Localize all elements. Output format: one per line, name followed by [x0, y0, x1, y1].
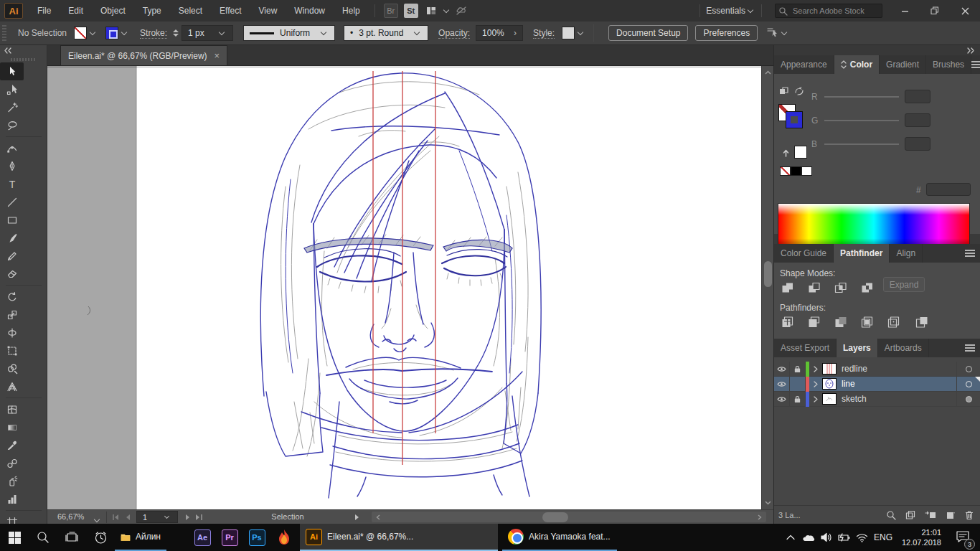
- toolbar-grip[interactable]: [0, 56, 47, 62]
- blue-slider[interactable]: [824, 143, 899, 145]
- layer-row-sketch[interactable]: sketch: [774, 392, 980, 407]
- stroke-swatch[interactable]: [105, 27, 118, 39]
- direct-selection-tool[interactable]: [0, 80, 24, 98]
- width-tool[interactable]: [0, 324, 24, 342]
- chevron-down-icon[interactable]: [748, 6, 753, 12]
- type-tool[interactable]: T: [0, 175, 24, 193]
- sketchbook-button[interactable]: [270, 524, 298, 551]
- eraser-tool[interactable]: [0, 265, 24, 283]
- layer-expand-chevron[interactable]: [809, 396, 822, 402]
- layer-row-redline[interactable]: redline: [774, 362, 980, 377]
- link-swatches-icon[interactable]: [779, 87, 789, 95]
- symbol-sprayer-tool[interactable]: [0, 472, 24, 490]
- expand-button[interactable]: Expand: [883, 277, 925, 292]
- photoshop-button[interactable]: Ps: [242, 524, 271, 551]
- taskbar-search-button[interactable]: [29, 524, 57, 551]
- start-button[interactable]: [0, 524, 29, 551]
- minus-back-button[interactable]: [913, 315, 931, 329]
- style-label[interactable]: Style:: [533, 28, 555, 39]
- language-indicator[interactable]: ENG: [871, 524, 895, 551]
- lock-toggle[interactable]: [790, 362, 806, 377]
- chevron-down-icon[interactable]: [118, 27, 130, 39]
- perspective-grid-tool[interactable]: [0, 377, 24, 395]
- layer-thumbnail[interactable]: [822, 363, 837, 375]
- layer-target[interactable]: [956, 392, 980, 407]
- tray-expand-button[interactable]: [782, 524, 799, 551]
- opacity-field[interactable]: 100%›: [476, 25, 523, 41]
- premiere-button[interactable]: Pr: [215, 524, 244, 551]
- black-swatch[interactable]: [791, 166, 801, 176]
- align-options[interactable]: [766, 27, 789, 39]
- brush-definition[interactable]: •3 pt. Round: [344, 25, 428, 41]
- close-button[interactable]: [950, 0, 980, 22]
- tab-gradient[interactable]: Gradient: [880, 55, 926, 74]
- tab-artboards[interactable]: Artboards: [878, 339, 929, 357]
- preferences-button[interactable]: Preferences: [695, 25, 758, 41]
- workspace-switcher[interactable]: Essentials: [706, 6, 745, 16]
- style-swatch[interactable]: [562, 27, 575, 39]
- eyedropper-tool[interactable]: [0, 436, 24, 454]
- menu-view[interactable]: View: [250, 0, 286, 22]
- scroll-right-icon[interactable]: [758, 514, 762, 520]
- gradient-tool[interactable]: [0, 418, 24, 436]
- chevron-down-icon[interactable]: [443, 6, 448, 12]
- minimize-button[interactable]: [890, 0, 920, 22]
- tab-color[interactable]: Color: [834, 55, 880, 74]
- status-expand-button[interactable]: [354, 514, 360, 521]
- layer-target[interactable]: [956, 362, 980, 377]
- layer-row-line[interactable]: line: [774, 377, 980, 392]
- trim-button[interactable]: [805, 315, 824, 329]
- opacity-label[interactable]: Opacity:: [438, 28, 470, 39]
- make-clipping-mask-icon[interactable]: [905, 510, 915, 520]
- illustrator-window-button[interactable]: Ai Eileen.ai* @ 66,67%...: [300, 524, 498, 551]
- red-value-input[interactable]: [905, 90, 930, 103]
- mesh-tool[interactable]: [0, 400, 24, 418]
- artboard-canvas[interactable]: [47, 66, 773, 509]
- free-transform-tool[interactable]: [0, 342, 24, 359]
- layer-thumbnail[interactable]: [822, 393, 837, 405]
- tab-asset-export[interactable]: Asset Export: [774, 339, 837, 357]
- rectangle-tool[interactable]: [0, 211, 24, 229]
- stroke-proxy-swatch[interactable]: [786, 112, 802, 128]
- swap-fill-stroke-icon[interactable]: [794, 87, 804, 96]
- delete-layer-trash-icon[interactable]: [965, 510, 974, 520]
- magic-wand-tool[interactable]: [0, 98, 24, 116]
- line-segment-tool[interactable]: [0, 193, 24, 211]
- new-layer-icon[interactable]: [946, 510, 956, 520]
- stroke-weight-label[interactable]: Stroke:: [140, 28, 167, 39]
- layer-thumbnail[interactable]: [822, 378, 837, 390]
- scroll-down-icon[interactable]: [765, 499, 771, 506]
- previous-artboard-button[interactable]: [125, 514, 131, 521]
- visibility-toggle[interactable]: [774, 362, 790, 377]
- unite-button[interactable]: [778, 281, 797, 295]
- layer-expand-chevron[interactable]: [809, 366, 822, 372]
- chevron-down-icon[interactable]: [87, 27, 98, 39]
- scrollbar-thumb[interactable]: [542, 512, 568, 522]
- wifi-tray-icon[interactable]: [853, 524, 871, 551]
- collapse-toolbar[interactable]: [0, 45, 47, 56]
- next-artboard-button[interactable]: [185, 514, 191, 521]
- blend-tool[interactable]: [0, 454, 24, 472]
- stroke-weight-field[interactable]: 1 px: [182, 25, 233, 41]
- bridge-button[interactable]: Br: [384, 4, 398, 18]
- exclude-button[interactable]: [858, 281, 877, 295]
- tab-appearance[interactable]: Appearance: [774, 55, 834, 74]
- panel-grip[interactable]: [2, 25, 6, 41]
- after-effects-button[interactable]: Ae: [188, 524, 217, 551]
- layer-name[interactable]: line: [842, 379, 956, 389]
- shape-builder-tool[interactable]: [0, 359, 24, 377]
- clock-tray[interactable]: 21:01 12.07.2018: [902, 527, 941, 547]
- arrange-documents-button[interactable]: [424, 4, 438, 18]
- last-color-arrow-icon[interactable]: [781, 149, 791, 158]
- battery-tray-icon[interactable]: [835, 524, 853, 551]
- pen-tool[interactable]: [0, 157, 24, 175]
- artboard-number-field[interactable]: 1: [136, 511, 178, 523]
- lock-toggle[interactable]: [790, 377, 806, 392]
- scrollbar-thumb[interactable]: [764, 261, 772, 287]
- scroll-left-icon[interactable]: [376, 514, 380, 520]
- explorer-folder-window[interactable]: Айлин: [115, 524, 166, 551]
- zoom-dropdown-chevron[interactable]: [92, 514, 102, 523]
- panel-menu-button[interactable]: [971, 55, 980, 74]
- crop-button[interactable]: [858, 315, 877, 329]
- new-sublayer-icon[interactable]: [925, 510, 936, 520]
